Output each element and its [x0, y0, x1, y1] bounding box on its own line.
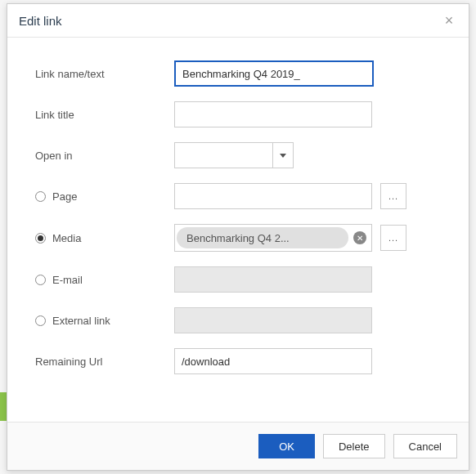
radio-media[interactable] [35, 233, 46, 244]
open-in-toggle[interactable] [272, 142, 294, 168]
radio-email[interactable] [35, 275, 46, 285]
chevron-down-icon [280, 154, 286, 158]
delete-button[interactable]: Delete [323, 434, 385, 458]
ellipsis-icon: ... [388, 191, 398, 201]
label-page: Page [52, 190, 77, 203]
radio-external[interactable] [35, 315, 46, 326]
label-email: E-mail [52, 274, 83, 286]
dialog-header: Edit link × [7, 4, 469, 38]
row-email: E-mail [35, 266, 441, 293]
label-link-name: Link name/text [35, 68, 174, 80]
row-page: Page ... [35, 183, 441, 209]
browse-page-button[interactable]: ... [380, 183, 406, 209]
row-remaining-url: Remaining Url [35, 348, 441, 374]
close-icon: × [445, 13, 454, 28]
media-chip: Benchmarking Q4 2... [177, 227, 348, 248]
backdrop-accent [0, 392, 7, 421]
radio-page[interactable] [35, 191, 46, 202]
remaining-url-input[interactable] [174, 348, 372, 374]
label-link-title: Link title [35, 109, 174, 121]
open-in-input[interactable] [174, 142, 272, 168]
media-input[interactable]: Benchmarking Q4 2... ✕ [174, 224, 372, 252]
browse-media-button[interactable]: ... [380, 225, 406, 251]
row-link-title: Link title [35, 101, 441, 127]
ok-button[interactable]: OK [258, 434, 315, 458]
row-media: Media Benchmarking Q4 2... ✕ ... [35, 224, 441, 252]
external-input [174, 307, 372, 333]
edit-link-dialog: Edit link × Link name/text Link title Op… [7, 3, 469, 471]
open-in-dropdown[interactable] [174, 142, 294, 168]
row-external: External link [35, 307, 441, 333]
page-input[interactable] [174, 183, 372, 209]
dialog-footer: OK Delete Cancel [7, 422, 469, 470]
ellipsis-icon: ... [388, 233, 398, 243]
link-title-input[interactable] [174, 101, 372, 127]
label-external: External link [52, 315, 110, 327]
email-input [174, 266, 372, 293]
close-button[interactable]: × [441, 12, 457, 29]
cancel-button[interactable]: Cancel [393, 434, 457, 458]
clear-media-button[interactable]: ✕ [353, 231, 366, 244]
dialog-title: Edit link [19, 14, 62, 28]
label-remaining-url: Remaining Url [35, 356, 174, 368]
link-name-input[interactable] [174, 60, 374, 87]
row-open-in: Open in [35, 142, 441, 168]
row-link-name: Link name/text [35, 60, 441, 87]
dialog-body: Link name/text Link title Open in [7, 38, 469, 422]
x-icon: ✕ [357, 234, 363, 243]
label-media: Media [52, 232, 81, 244]
label-open-in: Open in [35, 150, 174, 162]
